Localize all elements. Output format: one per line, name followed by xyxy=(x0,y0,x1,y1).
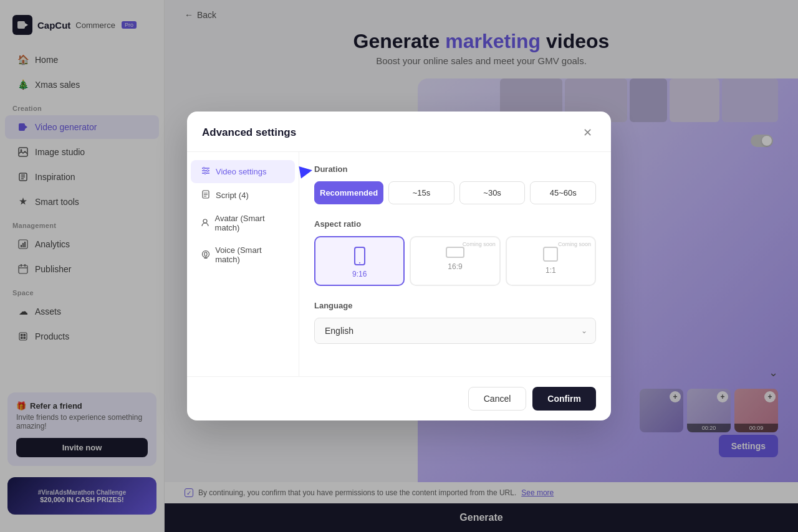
video-settings-icon xyxy=(201,166,211,177)
svg-point-35 xyxy=(204,252,207,256)
avatar-icon xyxy=(201,218,210,229)
language-select[interactable]: English Spanish French German Chinese Ja… xyxy=(314,318,596,344)
aspect-1-1-label: 1:1 xyxy=(546,266,556,275)
modal-sidebar: Video settings Script (4) Avatar xyxy=(187,152,299,376)
modal-header: Advanced settings ✕ xyxy=(187,112,611,152)
modal-main: Duration Recommended ~15s ~30s 45~60s As… xyxy=(299,152,611,376)
modal-close-button[interactable]: ✕ xyxy=(579,124,596,141)
duration-45-60s-button[interactable]: 45~60s xyxy=(530,181,596,204)
duration-15s-button[interactable]: ~15s xyxy=(388,181,454,204)
aspect-row: 9:16 Coming soon 16:9 Coming soon xyxy=(314,236,596,286)
modal-title: Advanced settings xyxy=(202,126,296,139)
cancel-button[interactable]: Cancel xyxy=(468,387,527,411)
language-select-wrap: English Spanish French German Chinese Ja… xyxy=(314,318,596,344)
portrait-icon xyxy=(353,246,366,266)
svg-point-26 xyxy=(203,168,205,169)
aspect-9-16-button[interactable]: 9:16 xyxy=(314,236,405,286)
language-label: Language xyxy=(314,301,596,310)
aspect-label: Aspect ratio xyxy=(314,219,596,229)
svg-rect-40 xyxy=(446,247,464,257)
coming-soon-badge-1: Coming soon xyxy=(463,241,496,247)
aspect-1-1-button[interactable]: Coming soon 1:1 xyxy=(506,236,596,286)
modal-footer: Cancel Confirm xyxy=(187,376,611,420)
modal-avatar-label: Avatar (Smart match) xyxy=(215,214,285,232)
cursor-arrow xyxy=(299,164,313,178)
modal-script-label: Script (4) xyxy=(216,191,249,200)
script-icon xyxy=(201,190,211,201)
aspect-16-9-button[interactable]: Coming soon 16:9 xyxy=(410,236,500,286)
modal-backdrop[interactable]: Advanced settings ✕ Video settings xyxy=(0,0,798,532)
advanced-settings-modal: Advanced settings ✕ Video settings xyxy=(187,112,611,420)
modal-voice-label: Voice (Smart match) xyxy=(215,245,285,264)
modal-body: Video settings Script (4) Avatar xyxy=(187,152,611,376)
confirm-button[interactable]: Confirm xyxy=(532,387,596,411)
modal-video-settings-label: Video settings xyxy=(216,167,266,176)
modal-sidebar-avatar[interactable]: Avatar (Smart match) xyxy=(191,207,295,239)
square-icon xyxy=(542,246,559,262)
duration-30s-button[interactable]: ~30s xyxy=(459,181,526,204)
aspect-9-16-label: 9:16 xyxy=(352,270,367,278)
svg-rect-41 xyxy=(544,247,557,261)
voice-icon xyxy=(201,250,210,260)
modal-sidebar-video-settings[interactable]: Video settings xyxy=(191,160,295,183)
svg-point-28 xyxy=(204,173,206,174)
aspect-16-9-label: 16:9 xyxy=(448,262,462,271)
modal-sidebar-voice[interactable]: Voice (Smart match) xyxy=(191,239,295,270)
svg-point-33 xyxy=(203,219,207,223)
landscape-icon xyxy=(445,246,465,259)
coming-soon-badge-2: Coming soon xyxy=(558,241,591,247)
duration-row: Recommended ~15s ~30s 45~60s xyxy=(314,181,596,204)
svg-point-27 xyxy=(207,170,209,172)
duration-label: Duration xyxy=(314,164,596,174)
svg-rect-38 xyxy=(355,247,365,265)
duration-recommended-button[interactable]: Recommended xyxy=(314,181,383,204)
modal-sidebar-script[interactable]: Script (4) xyxy=(191,184,295,207)
